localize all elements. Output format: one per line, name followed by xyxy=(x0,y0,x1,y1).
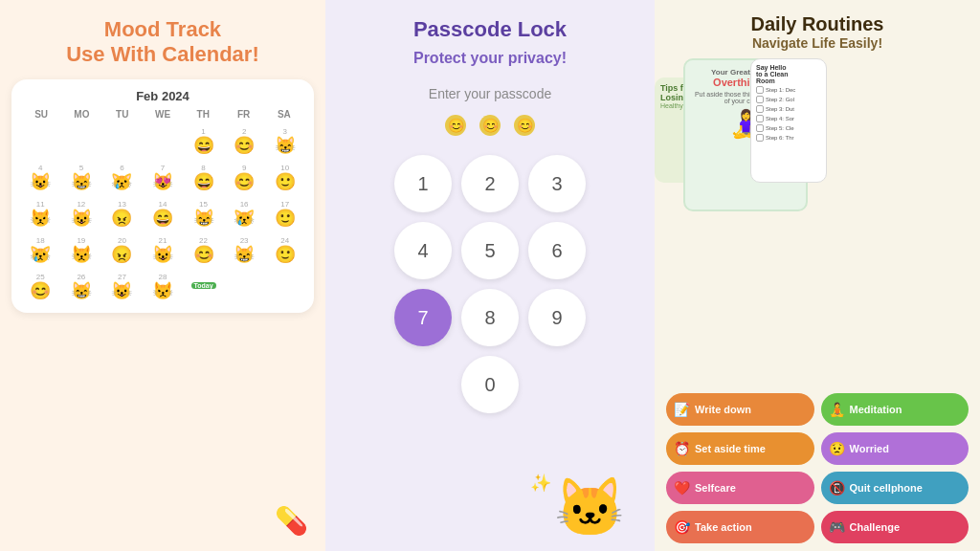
cal-day-10: 10🙂 xyxy=(265,160,304,194)
panel2-title: Passcode Lock xyxy=(413,17,567,42)
btn-challenge[interactable]: 🎮 Challenge xyxy=(821,511,969,543)
passcode-dots: 😊 😊 😊 xyxy=(445,115,535,136)
challenge-icon: 🎮 xyxy=(829,519,845,535)
cal-day-12: 12😺 xyxy=(62,196,101,231)
panel3-subtitle: Navigate Life Easily! xyxy=(752,35,882,51)
btn-set-aside-time[interactable]: ⏰ Set aside time xyxy=(666,432,814,465)
cal-day-22: 22😊 xyxy=(184,232,223,267)
cal-day-27: 27😺 xyxy=(102,269,142,303)
calendar: Feb 2024 SU MO TU WE TH FR SA 1😄 2😊 3😸 4… xyxy=(11,79,314,313)
action-buttons-grid: 📝 Write down 🧘 Meditation ⏰ Set aside ti… xyxy=(664,393,970,543)
calendar-grid: 1😄 2😊 3😸 4😺 5😸 6😿 7😻 8😄 9😊 10🙂 11😾 12😺 1… xyxy=(21,123,304,303)
meditation-icon: 🧘 xyxy=(829,402,845,417)
numpad-btn-9[interactable]: 9 xyxy=(528,289,586,346)
write-down-icon: 📝 xyxy=(674,402,690,417)
worried-icon: 😟 xyxy=(829,441,845,456)
passcode-dot-3: 😊 xyxy=(514,115,535,136)
numpad-btn-8[interactable]: 8 xyxy=(461,289,519,346)
panel3-title: Daily Routines xyxy=(751,13,884,35)
calendar-month: Feb 2024 xyxy=(21,89,304,103)
cal-day-25: 25😊 xyxy=(21,269,60,303)
cal-day-6: 6😿 xyxy=(102,160,142,194)
cal-day-21: 21😺 xyxy=(144,232,183,267)
numpad-btn-5[interactable]: 5 xyxy=(461,222,519,279)
calendar-header: SU MO TU WE TH FR SA xyxy=(21,109,304,120)
btn-take-action[interactable]: 🎯 Take action xyxy=(666,511,814,543)
numpad-btn-4[interactable]: 4 xyxy=(394,222,452,279)
cal-day-20: 20😠 xyxy=(102,232,142,267)
sparkle-icon: ✨ xyxy=(530,473,551,494)
cal-day-23: 23😸 xyxy=(225,232,264,267)
panel2-subtitle: Protect your privacy! xyxy=(413,50,567,67)
take-action-icon: 🎯 xyxy=(674,519,690,535)
btn-selfcare[interactable]: ❤️ Selfcare xyxy=(666,472,814,504)
cal-day-3: 3😸 xyxy=(265,123,304,158)
numpad-btn-0[interactable]: 0 xyxy=(461,356,519,413)
numpad: 1 2 3 4 5 6 7 8 9 xyxy=(394,155,586,346)
cal-day-17: 17🙂 xyxy=(265,196,304,231)
cal-day-26: 26😸 xyxy=(62,269,101,303)
set-aside-time-icon: ⏰ xyxy=(674,441,690,456)
panel-mood-track: Mood Track Use With Calendar! Feb 2024 S… xyxy=(0,0,325,551)
cal-day-4: 4😺 xyxy=(21,160,60,194)
panel1-title: Mood Track Use With Calendar! xyxy=(66,17,259,68)
numpad-btn-3[interactable]: 3 xyxy=(528,155,586,212)
panel-daily-routines: Daily Routines Navigate Life Easily! Tip… xyxy=(655,0,980,551)
card-clean-room: Say Helloto a CleanRoom Step 1: Dec Step… xyxy=(750,58,827,183)
passcode-label: Enter your passcode xyxy=(429,86,551,101)
cal-day-2: 2😊 xyxy=(225,123,264,158)
btn-quit-cellphone[interactable]: 📵 Quit cellphone xyxy=(821,472,969,504)
cal-day-today: Today xyxy=(184,269,223,303)
numpad-btn-1[interactable]: 1 xyxy=(394,155,452,212)
passcode-dot-1: 😊 xyxy=(445,115,466,136)
panel-passcode: Passcode Lock Protect your privacy! Ente… xyxy=(325,0,655,551)
cal-day-13: 13😠 xyxy=(102,196,142,231)
cal-day-9: 9😊 xyxy=(225,160,264,194)
cal-day-14: 14😄 xyxy=(144,196,183,231)
cal-day-28: 28😾 xyxy=(144,269,183,303)
btn-worried[interactable]: 😟 Worried xyxy=(821,432,969,465)
cal-day-18: 18😿 xyxy=(21,232,60,267)
cal-day-1: 1😄 xyxy=(184,123,223,158)
cal-day-7: 7😻 xyxy=(144,160,183,194)
numpad-zero-row: 0 xyxy=(461,356,519,413)
quit-cellphone-icon: 📵 xyxy=(829,480,845,496)
pill-decoration: 💊 xyxy=(275,505,308,537)
btn-write-down[interactable]: 📝 Write down xyxy=(666,393,814,426)
btn-meditation[interactable]: 🧘 Meditation xyxy=(821,393,969,426)
cal-day-19: 19😾 xyxy=(62,232,101,267)
info-cards-stack: Tips forLosing Weight! Healthy Eating — … xyxy=(664,58,817,231)
selfcare-icon: ❤️ xyxy=(674,480,690,496)
cal-day-24: 24🙂 xyxy=(265,232,304,267)
numpad-btn-7[interactable]: 7 xyxy=(394,289,452,346)
numpad-btn-6[interactable]: 6 xyxy=(528,222,586,279)
panel3-content-area: Tips forLosing Weight! Healthy Eating — … xyxy=(664,58,970,387)
cal-day-16: 16😿 xyxy=(225,196,264,231)
cat-fingerprint-icon: 🐱 xyxy=(554,474,626,541)
cal-day-11: 11😾 xyxy=(21,196,60,231)
cal-day-8: 8😄 xyxy=(184,160,223,194)
cal-day-15: 15😸 xyxy=(184,196,223,231)
passcode-dot-2: 😊 xyxy=(479,115,501,136)
cal-day-5: 5😸 xyxy=(62,160,101,194)
numpad-btn-2[interactable]: 2 xyxy=(461,155,519,212)
